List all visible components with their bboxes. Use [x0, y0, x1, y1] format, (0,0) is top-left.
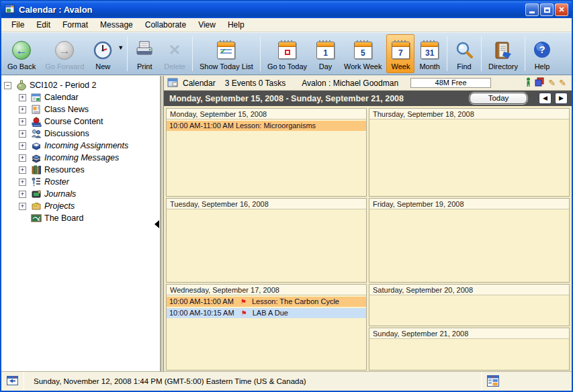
expand-box[interactable]: + [19, 130, 26, 138]
day-view-button[interactable]: 1 Day [312, 34, 339, 73]
day-cell-tuesday[interactable]: Tuesday, September 16, 2008 [166, 198, 367, 283]
shared-items-icon [535, 77, 545, 89]
chalkboard-icon [30, 213, 42, 224]
week-view-button[interactable]: 7 Week [386, 34, 414, 73]
go-back-button[interactable]: ← Go Back [3, 34, 40, 73]
day-cell-saturday[interactable]: Saturday, September 20, 2008 [369, 284, 570, 326]
menu-format[interactable]: Format [56, 18, 94, 32]
printer-icon [134, 38, 155, 62]
permissions-pencil-key-icon: ✎ [559, 78, 566, 88]
month-view-button[interactable]: 31 Month [414, 34, 445, 73]
sidebar-item-resources[interactable]: + Resources [1, 164, 160, 176]
toggle-pane-icon[interactable] [7, 376, 18, 387]
sidebar-item-roster[interactable]: + Roster [1, 176, 160, 188]
event-lesson-carbon-cycle[interactable]: 10:00 AM-11:00 AM ⚑ Lesson: The Carbon C… [167, 297, 366, 307]
pane-title: Calendar [183, 79, 216, 88]
content-area: − SCI102 - Period 2 + Calendar + [1, 76, 572, 371]
show-today-list-button[interactable]: ✓ Show Today List [195, 34, 258, 73]
directory-button[interactable]: Directory [484, 34, 523, 73]
day-cell-monday[interactable]: Monday, September 15, 2008 10:00 AM-11:0… [166, 108, 367, 197]
maximize-button[interactable] [540, 3, 554, 16]
day-header: Friday, September 19, 2008 [369, 199, 569, 209]
sidebar-item-incoming-messages[interactable]: + Incoming Messages [1, 152, 160, 164]
event-lesson-microorganisms[interactable]: 10:00 AM-11:00 AM Lesson: Microorganisms [167, 121, 366, 131]
close-button[interactable]: ✕ [555, 3, 568, 16]
collapse-pane-arrow[interactable] [155, 220, 159, 228]
expand-box[interactable]: + [19, 166, 26, 174]
expand-box[interactable]: + [19, 154, 26, 162]
projects-folder-icon [30, 201, 42, 211]
day-cell-thursday[interactable]: Thursday, September 18, 2008 [369, 108, 570, 197]
app-window: Calendar : Avalon ✕ File Edit Format Mes… [0, 0, 573, 392]
sidebar-item-course-content[interactable]: + Course Content [1, 115, 160, 128]
expand-box[interactable]: + [19, 142, 26, 150]
flag-icon: ⚑ [241, 309, 247, 317]
today-button[interactable]: Today [470, 93, 527, 104]
menu-file[interactable]: File [5, 18, 30, 32]
day-cell-wednesday[interactable]: Wednesday, September 17, 2008 10:00 AM-1… [166, 284, 367, 371]
events-tasks-count: 3 Events 0 Tasks [225, 79, 286, 88]
week-range-bar: Monday, September 15, 2008 - Sunday, Sep… [164, 91, 572, 106]
work-week-view-button[interactable]: 5 Work Week [339, 34, 386, 73]
help-button[interactable]: ? Help [527, 34, 557, 73]
collapse-box[interactable]: − [4, 82, 11, 89]
sidebar-item-projects[interactable]: + Projects [1, 200, 160, 212]
account-label: Avalon : Michael Goodman [302, 79, 398, 88]
minimize-button[interactable] [525, 3, 539, 16]
toolbar-separator [192, 36, 193, 71]
directory-book-icon [493, 38, 513, 62]
menu-help[interactable]: Help [222, 18, 251, 32]
menu-bar: File Edit Format Message Collaborate Vie… [1, 18, 572, 32]
delete-x-icon: ✕ [169, 43, 181, 58]
week-grid: Monday, September 15, 2008 10:00 AM-11:0… [164, 106, 572, 371]
menu-view[interactable]: View [192, 18, 222, 32]
day-cell-sunday[interactable]: Sunday, September 21, 2008 [369, 328, 570, 371]
statusbar-datetime: Sunday, November 12, 2008 1:44 PM (GMT-5… [24, 377, 481, 385]
book-icon [30, 140, 42, 151]
day-header: Sunday, September 21, 2008 [369, 328, 569, 339]
today-list-calendar-icon: ✓ [217, 42, 235, 59]
next-week-button[interactable]: ▶ [555, 93, 568, 104]
flask-icon [15, 80, 27, 91]
sidebar-item-calendar[interactable]: + Calendar [1, 91, 160, 103]
sidebar-tree-pane: − SCI102 - Period 2 + Calendar + [1, 76, 160, 371]
edit-pencil-icon: ✎ [548, 78, 556, 88]
week-range-label: Monday, September 15, 2008 - Sunday, Sep… [164, 94, 470, 103]
tree-root-sci102[interactable]: − SCI102 - Period 2 [1, 79, 160, 91]
books-stack-icon [30, 152, 42, 163]
menu-edit[interactable]: Edit [30, 18, 56, 32]
print-button[interactable]: Print [130, 34, 159, 73]
tree-root-label: SCI102 - Period 2 [30, 81, 96, 90]
app-icon [5, 3, 15, 16]
sidebar-item-the-board[interactable]: The Board [1, 212, 160, 224]
event-lab-a-due[interactable]: 10:00 AM-10:15 AM ⚑ LAB A Due [167, 308, 366, 318]
presence-person-icon [525, 77, 531, 89]
new-dropdown-caret[interactable]: ▼ [118, 44, 124, 51]
menu-message[interactable]: Message [94, 18, 139, 32]
sidebar-item-journals[interactable]: + Journals [1, 188, 160, 200]
go-forward-button[interactable]: → Go Forward [40, 34, 89, 73]
window-title: Calendar : Avalon [19, 5, 524, 15]
sidebar-item-discussions[interactable]: + Discussions [1, 128, 160, 140]
expand-box[interactable]: + [19, 179, 26, 186]
day-header: Monday, September 15, 2008 [167, 109, 366, 119]
sidebar-item-incoming-assignments[interactable]: + Incoming Assignments [1, 140, 160, 152]
find-button[interactable]: Find [449, 34, 479, 73]
expand-box[interactable]: + [19, 191, 26, 198]
go-to-today-button[interactable]: Go to Today [263, 34, 312, 73]
new-button[interactable]: New [89, 34, 117, 73]
title-bar: Calendar : Avalon ✕ [1, 1, 572, 18]
day-cell-friday[interactable]: Friday, September 19, 2008 [369, 198, 570, 283]
layout-panels-icon[interactable] [487, 375, 499, 388]
status-bar: Sunday, November 12, 2008 1:44 PM (GMT-5… [1, 371, 572, 391]
expand-box[interactable]: + [19, 118, 26, 126]
expand-box[interactable]: + [19, 203, 26, 210]
delete-button[interactable]: ✕ Delete [159, 34, 190, 73]
sidebar-item-class-news[interactable]: + Class News [1, 103, 160, 115]
menu-collaborate[interactable]: Collaborate [139, 18, 192, 32]
previous-week-button[interactable]: ◀ [539, 93, 552, 104]
toolbar: ← Go Back → Go Forward New ▼ Print ✕ Del… [1, 32, 572, 75]
expand-box[interactable]: + [19, 94, 26, 101]
toolbar-separator [127, 36, 128, 71]
expand-box[interactable]: + [19, 106, 26, 113]
